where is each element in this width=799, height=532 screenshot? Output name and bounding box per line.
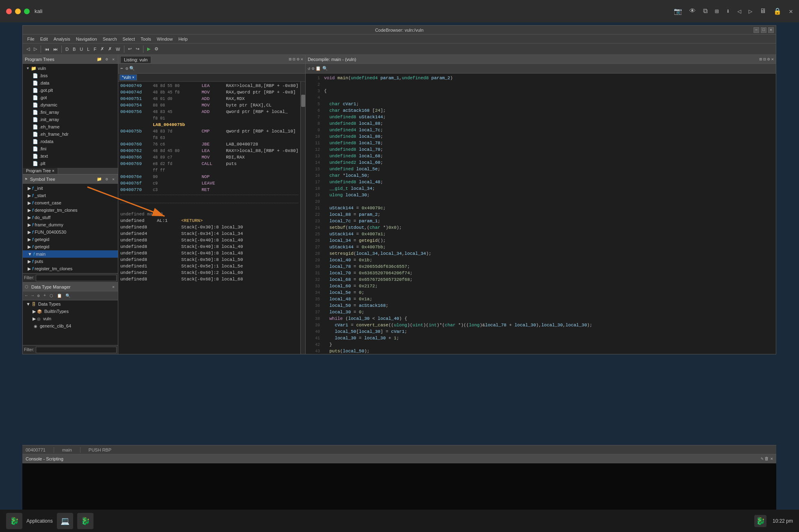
dc-btn2[interactable]: ⊟ [763, 56, 766, 62]
toolbar-action4[interactable]: L [85, 46, 91, 52]
back-icon[interactable]: ◁ [737, 7, 741, 15]
sym-item-getegid2[interactable]: ▶ f getegid [23, 243, 118, 250]
listing-tb-btn1[interactable]: ⬅ [120, 66, 123, 71]
maximize-button[interactable] [24, 9, 30, 14]
minimize-button[interactable] [15, 9, 21, 14]
dtm-btn2[interactable]: → [30, 293, 35, 298]
tree-item-fini-array[interactable]: 📄 .fini_array [23, 109, 118, 116]
tree-item-data[interactable]: 📄 .data [23, 79, 118, 87]
listing-tb-btn3[interactable]: 🔍 [129, 66, 135, 71]
nav-chip-vuln[interactable]: *vuln × [119, 74, 137, 80]
dc-tb-btn2[interactable]: ⚙ [312, 66, 315, 71]
tree-item-vuln[interactable]: ▼ 📁 vuln [23, 65, 118, 72]
menu-file[interactable]: File [25, 36, 37, 42]
eye-icon[interactable]: 👁 [689, 7, 696, 15]
sym-item-deregister[interactable]: ▶ f deregister_tm_clones [23, 206, 118, 214]
dtm-btn6[interactable]: 📋 [56, 293, 63, 299]
toolbar-action8[interactable]: W [114, 46, 122, 52]
tree-item-got[interactable]: 📄 .got [23, 94, 118, 101]
monitor-icon[interactable]: 🖥 [760, 7, 766, 15]
sym-filter-input[interactable] [36, 275, 117, 281]
sym-item-fun400530[interactable]: ▶ f FUN_00400530 [23, 228, 118, 236]
sym-item-getegid1[interactable]: ▶ f getegid [23, 236, 118, 243]
listing-content[interactable]: 00400749 48 8d 55 80 LEA RAX=>local_88,[… [118, 82, 300, 354]
menu-tools[interactable]: Tools [138, 36, 154, 42]
tree-item-plt[interactable]: 📄 .plt [23, 160, 118, 167]
dc-close[interactable]: ✕ [771, 56, 774, 62]
grid-icon[interactable]: ⊞ [715, 7, 719, 15]
camera-icon[interactable]: 📷 [674, 7, 682, 15]
tree-item-eh-frame-hdr[interactable]: 📄 .eh_frame_hdr [23, 130, 118, 138]
toolbar-undo[interactable]: ↩ [126, 46, 133, 52]
toolbar-back[interactable]: ◁ [25, 46, 31, 52]
toolbar-action3[interactable]: U [78, 46, 85, 52]
dtm-item-vuln[interactable]: ▶ ◎ vuln [23, 315, 118, 322]
listing-title[interactable]: Listing: vuln [120, 56, 151, 63]
program-trees-btn1[interactable]: 📁 [96, 56, 103, 62]
dc-btn1[interactable]: ⊞ [760, 56, 762, 62]
sym-item-dostuff[interactable]: ▶ f do_stuff [23, 214, 118, 221]
sym-btn2[interactable]: ⚙ [104, 176, 109, 182]
download-icon[interactable]: ⬇ [726, 7, 730, 15]
listing-btn1[interactable]: ⊞ [289, 56, 292, 62]
dtm-close[interactable]: ✕ [111, 284, 116, 290]
dc-tb-btn4[interactable]: 🔍 [322, 66, 328, 71]
tree-item-fini[interactable]: 📄 .fini [23, 145, 118, 152]
toolbar-action2[interactable]: B [71, 46, 77, 52]
sym-item-init[interactable]: ▶ f _init [23, 185, 118, 192]
tree-item-dynamic[interactable]: 📄 .dynamic [23, 101, 118, 109]
decompile-content[interactable]: 1 void main(undefined4 param_1,undefined… [306, 74, 776, 354]
dc-tb-btn3[interactable]: 📋 [315, 66, 321, 71]
menu-navigation[interactable]: Navigation [74, 36, 100, 42]
menu-analysis[interactable]: Analysis [51, 36, 73, 42]
toolbar-action6[interactable]: ✗ [99, 46, 106, 52]
tree-item-rodata[interactable]: 📄 .rodata [23, 138, 118, 145]
toolbar-run[interactable]: ▶ [145, 46, 152, 52]
dc-tb-btn1[interactable]: ↺ [308, 66, 310, 71]
dc-btn3[interactable]: ⚙ [767, 56, 770, 62]
sym-item-register[interactable]: ▶ f register_tm_clones [23, 265, 118, 272]
toolbar-disassemble[interactable]: D [64, 46, 70, 52]
tree-item-got-plt[interactable]: 📄 .got.plt [23, 87, 118, 94]
dtm-btn3[interactable]: ⚙ [36, 293, 41, 299]
toolbar-debug[interactable]: ⚙ [153, 46, 160, 52]
forward-icon[interactable]: ▷ [749, 7, 753, 15]
menu-select[interactable]: Select [120, 36, 138, 42]
toolbar-nav1[interactable]: ⏮ [43, 46, 51, 52]
tb-apps-label[interactable]: Applications [26, 518, 53, 524]
menu-search[interactable]: Search [100, 36, 119, 42]
tb-tray-icon[interactable]: 🐉 [754, 515, 766, 527]
listing-btn2[interactable]: ⊟ [293, 56, 295, 62]
tb-ghidra-icon[interactable]: 🐉 [77, 513, 93, 529]
tb-terminal-icon[interactable]: 💻 [57, 513, 73, 529]
dtm-item-builtin[interactable]: ▶ 📦 BuiltInTypes [23, 308, 118, 315]
program-tree-tab[interactable]: Program Tree × [23, 168, 58, 174]
program-trees-btn2[interactable]: ⚙ [104, 56, 109, 62]
toolbar-action5[interactable]: F [92, 46, 98, 52]
menu-edit[interactable]: Edit [38, 36, 50, 42]
tree-item-init-array[interactable]: 📄 .init_array [23, 116, 118, 123]
toolbar-redo[interactable]: ↪ [134, 46, 141, 52]
cb-maximize-btn[interactable]: □ [761, 27, 766, 33]
sym-item-start[interactable]: ▶ f _start [23, 192, 118, 199]
menu-help[interactable]: Help [176, 36, 190, 42]
sym-close[interactable]: ✕ [111, 176, 116, 182]
sym-item-main[interactable]: ▼ f main [23, 250, 118, 258]
console-close[interactable]: ✕ [770, 456, 773, 461]
program-trees-close[interactable]: ✕ [111, 56, 116, 62]
listing-tb-btn2[interactable]: ⚙ [126, 66, 128, 71]
toolbar-action7[interactable]: ✗ [106, 46, 113, 52]
tree-item-eh-frame[interactable]: 📄 .eh_frame [23, 123, 118, 130]
dtm-btn1[interactable]: ← [24, 293, 29, 298]
console-content[interactable] [22, 463, 776, 510]
dtm-btn5[interactable]: ⬡ [48, 293, 54, 299]
console-btn2[interactable]: 🗑 [764, 456, 769, 461]
console-btn1[interactable]: ✎ [761, 456, 764, 461]
sym-btn1[interactable]: 📁 [96, 176, 103, 182]
tb-applications[interactable]: 🐉 [6, 513, 22, 529]
listing-close[interactable]: ✕ [301, 56, 304, 62]
dtm-item-datatypes[interactable]: ▼ 🗄 Data Types [23, 300, 118, 308]
window-close-icon[interactable]: ✕ [789, 7, 793, 15]
tree-item-bss[interactable]: 📄 .bss [23, 72, 118, 79]
listing-btn3[interactable]: ⚙ [297, 56, 300, 62]
